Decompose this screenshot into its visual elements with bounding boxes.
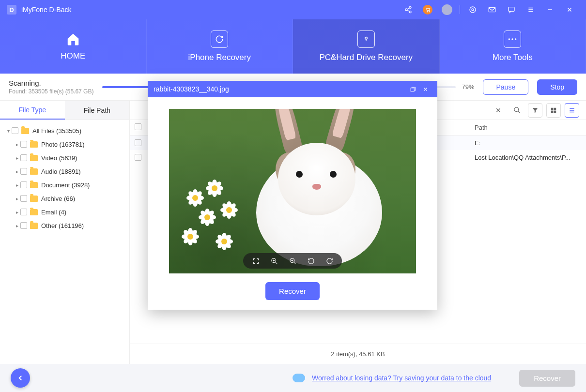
- modal-titlebar: rabbit-4303823__340.jpg: [148, 81, 437, 97]
- folder-icon: [21, 128, 29, 134]
- svg-point-3: [427, 11, 427, 12]
- scan-status-label: Scanning.: [9, 79, 93, 87]
- rotate-right-icon[interactable]: [324, 256, 334, 266]
- nav-home[interactable]: HOME: [0, 19, 147, 74]
- column-path[interactable]: Path: [475, 124, 586, 131]
- tree-label: All Files (353505): [32, 127, 81, 135]
- scan-status-found: Found: 353505 file(s) (55.67 GB): [9, 88, 93, 95]
- rotate-left-icon[interactable]: [306, 256, 316, 266]
- tab-file-type[interactable]: File Type: [0, 101, 65, 120]
- row-checkbox[interactable]: [135, 139, 141, 146]
- folder-icon: [30, 182, 38, 188]
- svg-point-4: [429, 11, 429, 12]
- checkbox[interactable]: [20, 222, 27, 229]
- tree-label: Document (3928): [41, 181, 90, 189]
- tree-audio[interactable]: ▸Audio (18891): [2, 165, 127, 178]
- svg-rect-17: [551, 110, 554, 113]
- svg-point-1: [405, 9, 407, 11]
- user-avatar-icon[interactable]: [440, 3, 454, 16]
- svg-point-9: [365, 37, 368, 40]
- svg-rect-19: [411, 88, 414, 91]
- nav-more-label: More Tools: [493, 53, 533, 62]
- clear-search-icon[interactable]: ✕: [491, 103, 506, 118]
- feedback-icon[interactable]: [505, 3, 518, 16]
- title-bar: D iMyFone D-Back: [0, 0, 586, 19]
- mail-icon[interactable]: [485, 3, 499, 16]
- checkbox[interactable]: [20, 181, 27, 188]
- modal-maximize-icon[interactable]: [406, 83, 419, 95]
- checkbox[interactable]: [12, 127, 18, 134]
- cloud-backup-link[interactable]: Worred about losing data? Try saving you…: [312, 374, 491, 382]
- modal-close-icon[interactable]: [419, 83, 432, 95]
- svg-point-0: [409, 6, 411, 8]
- close-icon[interactable]: [563, 3, 576, 16]
- tree-video[interactable]: ▸Video (5639): [2, 151, 127, 165]
- list-view-icon[interactable]: [565, 103, 579, 118]
- sidebar: File Type File Path ▾All Files (353505) …: [0, 101, 130, 364]
- svg-point-14: [514, 107, 518, 112]
- svg-point-12: [512, 38, 513, 40]
- tree-other[interactable]: ▸Other (161196): [2, 219, 127, 232]
- back-button[interactable]: [11, 368, 30, 388]
- settings-icon[interactable]: [466, 3, 479, 16]
- tree-label: Email (4): [41, 209, 66, 216]
- pause-button[interactable]: Pause: [483, 79, 528, 95]
- more-icon: [504, 30, 521, 48]
- top-nav: HOME iPhone Recovery PC&Hard Drive Recov…: [0, 19, 586, 74]
- preview-modal: rabbit-4303823__340.jpg: [148, 81, 437, 310]
- scan-progress-percent: 79%: [462, 83, 474, 90]
- checkbox[interactable]: [20, 195, 27, 202]
- stop-button[interactable]: Stop: [537, 79, 577, 95]
- zoom-in-icon[interactable]: [269, 256, 279, 266]
- search-icon[interactable]: [509, 103, 524, 118]
- folder-icon: [30, 141, 38, 148]
- image-preview: [169, 109, 416, 273]
- modal-recover-button[interactable]: Recover: [265, 282, 320, 300]
- selection-summary: 2 item(s), 45.61 KB: [130, 344, 586, 364]
- tree-label: Video (5639): [41, 154, 77, 162]
- tab-file-path[interactable]: File Path: [65, 101, 130, 120]
- nav-pc-recovery[interactable]: PC&Hard Drive Recovery: [293, 19, 440, 74]
- svg-point-2: [409, 11, 411, 13]
- checkbox[interactable]: [20, 168, 27, 175]
- select-all-checkbox[interactable]: [135, 123, 141, 130]
- share-icon[interactable]: [401, 3, 415, 16]
- nav-home-label: HOME: [61, 51, 85, 61]
- svg-rect-16: [554, 107, 556, 110]
- tree-label: Audio (18891): [41, 168, 81, 175]
- tree-email[interactable]: ▸Email (4): [2, 205, 127, 219]
- svg-rect-8: [509, 7, 514, 12]
- cart-icon[interactable]: [421, 3, 434, 16]
- tree-label: Other (161196): [41, 222, 84, 229]
- nav-more-tools[interactable]: More Tools: [440, 19, 586, 74]
- row-checkbox[interactable]: [135, 154, 141, 161]
- app-logo-icon: D: [7, 5, 16, 15]
- bottom-bar: Worred about losing data? Try saving you…: [0, 364, 586, 392]
- svg-point-11: [509, 38, 510, 40]
- tree-all-files[interactable]: ▾All Files (353505): [2, 124, 127, 137]
- monitor-icon: [357, 30, 375, 48]
- filter-icon[interactable]: [528, 103, 542, 118]
- folder-icon: [30, 223, 38, 229]
- nav-pc-label: PC&Hard Drive Recovery: [319, 53, 413, 62]
- tree-label: Archive (66): [41, 195, 75, 202]
- checkbox[interactable]: [20, 209, 27, 215]
- modal-filename: rabbit-4303823__340.jpg: [154, 85, 229, 93]
- image-controls: [243, 253, 342, 269]
- nav-iphone-recovery[interactable]: iPhone Recovery: [147, 19, 293, 74]
- minimize-icon[interactable]: [543, 3, 557, 16]
- cloud-icon: [293, 374, 305, 382]
- checkbox[interactable]: [20, 154, 27, 161]
- tree-photo[interactable]: ▸Photo (163781): [2, 137, 127, 151]
- folder-icon: [30, 209, 38, 215]
- tree-archive[interactable]: ▸Archive (66): [2, 192, 127, 205]
- row-path: Lost Location\QQ Attachments\P...: [475, 154, 586, 161]
- menu-icon[interactable]: [524, 3, 538, 16]
- fullscreen-icon[interactable]: [251, 256, 261, 266]
- svg-point-6: [470, 7, 476, 13]
- grid-view-icon[interactable]: [546, 103, 561, 118]
- recover-button[interactable]: Recover: [519, 370, 575, 387]
- tree-document[interactable]: ▸Document (3928): [2, 178, 127, 192]
- checkbox[interactable]: [20, 141, 27, 148]
- zoom-out-icon[interactable]: [288, 256, 297, 266]
